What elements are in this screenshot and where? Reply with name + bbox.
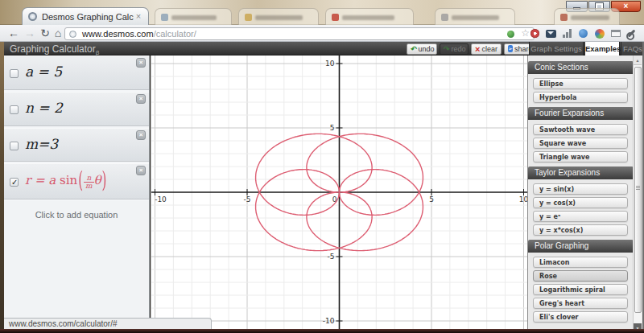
desmos-favicon-icon bbox=[28, 12, 37, 21]
screen: × Desmos Graphing Calculat × ← → ↻ ⌂ www… bbox=[0, 0, 644, 333]
background-tab[interactable] bbox=[554, 8, 620, 25]
example-item-ellipse[interactable]: Ellipse bbox=[533, 78, 628, 89]
section-taylor-expansions: Taylor Expansions bbox=[528, 166, 634, 179]
phone-extension-icon[interactable] bbox=[577, 27, 589, 39]
delete-expression-button[interactable]: × bbox=[136, 130, 146, 140]
example-item-limacon[interactable]: Limacon bbox=[533, 257, 628, 268]
layout-extension-icon[interactable] bbox=[609, 27, 621, 39]
home-button[interactable]: ⌂ bbox=[52, 25, 64, 42]
expression-text[interactable]: a = 5 bbox=[25, 64, 62, 80]
example-item-elis-clover[interactable]: Eli's clover bbox=[533, 311, 628, 323]
active-tab[interactable]: Desmos Graphing Calculat × bbox=[22, 7, 149, 25]
desktop-edge bbox=[0, 42, 4, 333]
tab-favicon-icon bbox=[245, 14, 252, 21]
svg-text:5: 5 bbox=[429, 195, 434, 204]
section-polar-graphing: Polar Graphing bbox=[528, 240, 634, 253]
section-fourier-expansions: Fourier Expansions bbox=[528, 107, 634, 120]
delete-expression-button[interactable]: × bbox=[136, 94, 146, 104]
thumb-grip-icon bbox=[636, 185, 640, 191]
expression-checkbox[interactable]: ✓ bbox=[10, 178, 19, 187]
expression-checkbox[interactable]: ✓ bbox=[10, 142, 19, 150]
scrollbar-thumb[interactable] bbox=[634, 67, 642, 313]
refresh-button[interactable]: ↻ bbox=[39, 25, 52, 42]
expression-row[interactable]: ✓ m=3 × bbox=[4, 128, 149, 162]
tab-faqs[interactable]: FAQs bbox=[621, 42, 644, 56]
expression-text[interactable]: r = a sin(nmθ) bbox=[25, 173, 107, 190]
svg-text:-5: -5 bbox=[328, 253, 335, 261]
beta-subscript: β bbox=[96, 49, 100, 56]
background-tab[interactable] bbox=[325, 8, 414, 25]
tab-close-button[interactable]: × bbox=[133, 10, 144, 22]
expression-text[interactable]: n = 2 bbox=[25, 100, 63, 116]
svg-text:-10: -10 bbox=[323, 317, 335, 325]
stats-extension-icon[interactable] bbox=[561, 27, 573, 39]
redo-button[interactable]: ↷redo bbox=[440, 43, 469, 55]
tab-title-blur bbox=[342, 15, 394, 20]
back-button[interactable]: ← bbox=[6, 25, 21, 42]
expression-checkbox[interactable]: ✓ bbox=[10, 69, 19, 78]
gmail-favicon-icon bbox=[332, 14, 339, 21]
graph-canvas[interactable]: -10-50510105-5-10 bbox=[151, 56, 527, 333]
example-item-y-e-x[interactable]: y = eˣ bbox=[533, 211, 628, 222]
extension-icons bbox=[529, 27, 638, 40]
examples-panel: Conic Sections Ellipse Hyperbola Fourier… bbox=[527, 56, 642, 333]
expression-text[interactable]: m=3 bbox=[25, 136, 58, 152]
close-icon: × bbox=[624, 2, 629, 10]
svg-text:-5: -5 bbox=[244, 195, 251, 204]
example-item-y-cos-x[interactable]: y = cos(x) bbox=[533, 197, 628, 208]
redo-icon: ↷ bbox=[444, 45, 450, 53]
example-item-logarithmic-spiral[interactable]: Logarithmic spiral bbox=[533, 284, 628, 295]
example-item-triangle-wave[interactable]: Triangle wave bbox=[533, 151, 628, 162]
expression-row[interactable]: ✓ r = a sin(nmθ) × bbox=[4, 163, 149, 199]
example-item-gregs-heart[interactable]: Greg's heart bbox=[533, 298, 628, 309]
forward-button[interactable]: → bbox=[23, 25, 37, 42]
background-tab[interactable] bbox=[155, 8, 232, 25]
wrench-menu-icon[interactable] bbox=[625, 27, 638, 39]
scroll-up-icon[interactable]: ▲ bbox=[634, 56, 642, 65]
add-equation-hint[interactable]: Click to add equation bbox=[4, 201, 149, 318]
page-action-icon[interactable] bbox=[507, 31, 514, 38]
tab-title-blur bbox=[452, 15, 499, 20]
seo-extension-icon[interactable] bbox=[593, 27, 605, 39]
background-tab[interactable] bbox=[435, 8, 515, 25]
section-conic-sections: Conic Sections bbox=[528, 61, 634, 74]
tab-favicon-icon bbox=[441, 14, 448, 21]
tab-graph-settings[interactable]: Graph Settings bbox=[529, 42, 584, 56]
example-item-rose[interactable]: Rose bbox=[533, 270, 628, 282]
svg-text:-10: -10 bbox=[155, 195, 167, 204]
background-tab[interactable] bbox=[238, 8, 319, 25]
page-icon bbox=[69, 31, 76, 38]
examples-scrollbar[interactable]: ▲ ▼ bbox=[633, 56, 642, 333]
url-text[interactable]: www.desmos.com/calculator/ bbox=[82, 28, 196, 39]
tab-title-blur bbox=[255, 15, 303, 20]
clear-button[interactable]: ×clear bbox=[471, 43, 502, 55]
mail-extension-icon[interactable] bbox=[545, 27, 557, 39]
taskbar-edge bbox=[0, 329, 644, 333]
tab-favicon-icon bbox=[560, 14, 568, 21]
tab-title-blur bbox=[171, 15, 217, 20]
extension-flower-icon[interactable] bbox=[529, 27, 541, 39]
undo-icon: ↶ bbox=[411, 45, 417, 53]
example-item-sawtooth-wave[interactable]: Sawtooth wave bbox=[533, 124, 628, 135]
app-header: Graphing Calculatorβ ↶undo ↷redo ×clear … bbox=[4, 42, 644, 56]
expression-row[interactable]: ✓ a = 5 × bbox=[4, 56, 149, 90]
tab-title: Desmos Graphing Calculat bbox=[42, 8, 134, 26]
share-icon: ➢ bbox=[508, 45, 513, 52]
expression-checkbox[interactable]: ✓ bbox=[10, 105, 19, 114]
example-item-hyperbola[interactable]: Hyperbola bbox=[533, 92, 628, 103]
rose-curve-plot: -10-50510105-5-10 bbox=[151, 56, 528, 333]
expression-row[interactable]: ✓ n = 2 × bbox=[4, 92, 149, 126]
delete-expression-button[interactable]: × bbox=[136, 166, 146, 175]
status-bubble: www.desmos.com/calculator/# bbox=[4, 318, 212, 330]
svg-text:10: 10 bbox=[325, 60, 335, 68]
clear-icon: × bbox=[475, 44, 480, 54]
undo-button[interactable]: ↶undo bbox=[407, 43, 437, 55]
address-bar[interactable]: www.desmos.com/calculator/ ☆ bbox=[64, 27, 535, 40]
delete-expression-button[interactable]: × bbox=[136, 58, 146, 68]
svg-text:5: 5 bbox=[330, 124, 335, 132]
example-item-y-x-cos-x[interactable]: y = x*cos(x) bbox=[533, 224, 628, 236]
example-item-square-wave[interactable]: Square wave bbox=[533, 138, 628, 149]
example-item-y-sin-x[interactable]: y = sin(x) bbox=[533, 183, 628, 195]
tab-title-blur bbox=[571, 15, 609, 20]
tab-examples[interactable]: Examples bbox=[584, 42, 620, 56]
